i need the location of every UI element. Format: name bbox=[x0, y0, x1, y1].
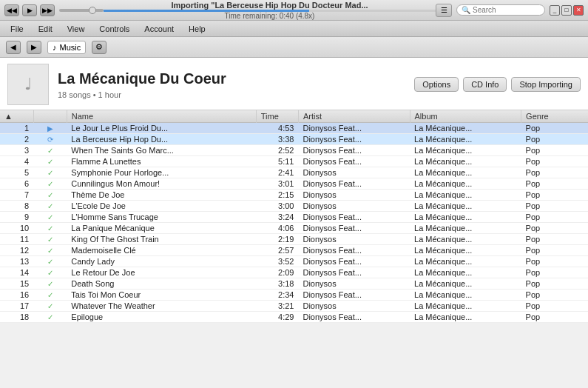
track-number: 18 bbox=[0, 312, 33, 323]
track-number: 7 bbox=[0, 190, 33, 201]
track-genre: Pop bbox=[521, 123, 588, 134]
table-row[interactable]: 7 ✓ Thème De Joe 2:15 Dionysos La Mécani… bbox=[0, 190, 588, 201]
maximize-button[interactable]: □ bbox=[561, 5, 572, 16]
title-bar-center: Importing "La Berceuse Hip Hop Du Docteu… bbox=[104, 1, 436, 20]
breadcrumb: ♪ Music bbox=[47, 41, 86, 54]
table-row[interactable]: 17 ✓ Whatever The Weather 3:21 Dionysos … bbox=[0, 301, 588, 312]
table-row[interactable]: 16 ✓ Tais Toi Mon Coeur 2:34 Dionysos Fe… bbox=[0, 290, 588, 301]
table-row[interactable]: 1 ▶ Le Jour Le Plus Froid Du... 4:53 Dio… bbox=[0, 123, 588, 134]
track-album: La Mécanique... bbox=[410, 312, 521, 323]
table-row[interactable]: 5 ✓ Symphonie Pour Horloge... 2:41 Diony… bbox=[0, 167, 588, 178]
col-header-status bbox=[33, 110, 67, 123]
track-number: 6 bbox=[0, 178, 33, 190]
fast-forward-button[interactable]: ▶▶ bbox=[40, 4, 55, 16]
track-album: La Mécanique... bbox=[410, 234, 521, 245]
done-icon: ✓ bbox=[47, 147, 53, 155]
col-header-genre[interactable]: Genre bbox=[521, 110, 588, 123]
back-button[interactable]: ◀ bbox=[6, 41, 21, 54]
table-row[interactable]: 2 ⟳ La Berceuse Hip Hop Du... 3:38 Diony… bbox=[0, 134, 588, 145]
track-number: 14 bbox=[0, 267, 33, 278]
menu-view[interactable]: View bbox=[64, 23, 88, 35]
gear-button[interactable]: ⚙ bbox=[92, 41, 107, 54]
table-row[interactable]: 12 ✓ Mademoiselle Clé 2:57 Dionysos Feat… bbox=[0, 245, 588, 256]
menu-controls[interactable]: Controls bbox=[96, 23, 132, 35]
list-view-button[interactable]: ☰ bbox=[436, 4, 452, 17]
track-artist: Dionysos bbox=[298, 167, 410, 178]
table-row[interactable]: 3 ✓ When The Saints Go Marc... 2:52 Dion… bbox=[0, 145, 588, 156]
table-row[interactable]: 10 ✓ La Panique Mécanique 4:06 Dionysos … bbox=[0, 223, 588, 234]
track-time: 2:57 bbox=[256, 245, 298, 256]
track-artist: Dionysos Feat... bbox=[298, 178, 410, 190]
menu-file[interactable]: File bbox=[7, 23, 27, 35]
track-time: 3:01 bbox=[256, 178, 298, 190]
table-row[interactable]: 14 ✓ Le Retour De Joe 2:09 Dionysos Feat… bbox=[0, 267, 588, 278]
album-actions: Options CD Info Stop Importing bbox=[414, 77, 581, 92]
track-genre: Pop bbox=[521, 256, 588, 267]
forward-button[interactable]: ▶ bbox=[27, 41, 41, 54]
track-album: La Mécanique... bbox=[410, 123, 521, 134]
minimize-button[interactable]: _ bbox=[550, 5, 560, 16]
track-number: 17 bbox=[0, 301, 33, 312]
col-header-time[interactable]: Time bbox=[256, 110, 298, 123]
track-list-container[interactable]: ▲ Name Time Artist Album Genre 1 ▶ Le Jo… bbox=[0, 110, 588, 325]
table-row[interactable]: 18 ✓ Epilogue 4:29 Dionysos Feat... La M… bbox=[0, 312, 588, 323]
done-icon: ✓ bbox=[47, 224, 53, 233]
track-status: ✓ bbox=[33, 245, 67, 256]
track-number: 11 bbox=[0, 234, 33, 245]
track-artist: Dionysos Feat... bbox=[298, 245, 410, 256]
col-header-album[interactable]: Album bbox=[410, 110, 521, 123]
track-name: Epilogue bbox=[67, 312, 256, 323]
track-time: 3:52 bbox=[256, 256, 298, 267]
stop-importing-button[interactable]: Stop Importing bbox=[511, 77, 581, 92]
track-genre: Pop bbox=[521, 167, 588, 178]
search-input[interactable] bbox=[473, 6, 539, 14]
track-time: 2:41 bbox=[256, 167, 298, 178]
track-name: When The Saints Go Marc... bbox=[67, 145, 256, 156]
track-name: Death Song bbox=[67, 278, 256, 290]
search-box: 🔍 bbox=[456, 4, 545, 16]
table-row[interactable]: 15 ✓ Death Song 3:18 Dionysos La Mécaniq… bbox=[0, 278, 588, 290]
col-header-artist[interactable]: Artist bbox=[298, 110, 410, 123]
track-album: La Mécanique... bbox=[410, 290, 521, 301]
track-genre: Pop bbox=[521, 301, 588, 312]
close-button[interactable]: ✕ bbox=[573, 5, 584, 16]
col-header-num[interactable]: ▲ bbox=[0, 110, 33, 123]
track-number: 16 bbox=[0, 290, 33, 301]
track-artist: Dionysos bbox=[298, 234, 410, 245]
table-row[interactable]: 13 ✓ Candy Lady 3:52 Dionysos Feat... La… bbox=[0, 256, 588, 267]
menu-edit[interactable]: Edit bbox=[36, 23, 55, 35]
table-row[interactable]: 8 ✓ L'Ecole De Joe 3:00 Dionysos La Méca… bbox=[0, 201, 588, 212]
cd-info-button[interactable]: CD Info bbox=[463, 77, 507, 92]
breadcrumb-label: Music bbox=[60, 43, 81, 52]
table-row[interactable]: 4 ✓ Flamme A Lunettes 5:11 Dionysos Feat… bbox=[0, 156, 588, 167]
track-artist: Dionysos bbox=[298, 190, 410, 201]
track-name: Candy Lady bbox=[67, 256, 256, 267]
track-number: 5 bbox=[0, 167, 33, 178]
menu-account[interactable]: Account bbox=[141, 23, 177, 35]
track-time: 3:00 bbox=[256, 201, 298, 212]
volume-slider[interactable] bbox=[59, 9, 104, 12]
done-icon: ✓ bbox=[47, 302, 53, 310]
track-artist: Dionysos Feat... bbox=[298, 223, 410, 234]
menu-help[interactable]: Help bbox=[186, 23, 209, 35]
track-genre: Pop bbox=[521, 156, 588, 167]
album-title: La Mécanique Du Coeur bbox=[58, 70, 405, 87]
track-number: 15 bbox=[0, 278, 33, 290]
track-album: La Mécanique... bbox=[410, 134, 521, 145]
col-header-name[interactable]: Name bbox=[67, 110, 256, 123]
track-name: La Berceuse Hip Hop Du... bbox=[67, 134, 256, 145]
table-row[interactable]: 9 ✓ L'Homme Sans Trucage 3:24 Dionysos F… bbox=[0, 212, 588, 223]
table-row[interactable]: 11 ✓ King Of The Ghost Train 2:19 Dionys… bbox=[0, 234, 588, 245]
track-number: 9 bbox=[0, 212, 33, 223]
track-name: Thème De Joe bbox=[67, 190, 256, 201]
play-button[interactable]: ▶ bbox=[22, 4, 37, 16]
table-row[interactable]: 6 ✓ Cunnilingus Mon Amour! 3:01 Dionysos… bbox=[0, 178, 588, 190]
track-genre: Pop bbox=[521, 212, 588, 223]
track-name: Symphonie Pour Horloge... bbox=[67, 167, 256, 178]
rewind-button[interactable]: ◀◀ bbox=[4, 4, 19, 16]
track-artist: Dionysos bbox=[298, 201, 410, 212]
track-album: La Mécanique... bbox=[410, 156, 521, 167]
volume-knob[interactable] bbox=[89, 7, 96, 14]
track-name: Cunnilingus Mon Amour! bbox=[67, 178, 256, 190]
options-button[interactable]: Options bbox=[414, 77, 459, 92]
